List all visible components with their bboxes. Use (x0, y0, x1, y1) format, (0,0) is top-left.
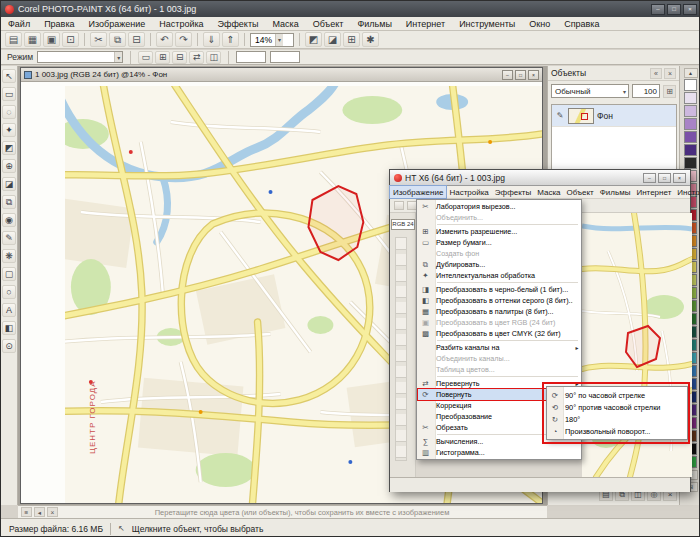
close-button[interactable]: × (673, 173, 686, 183)
export-button[interactable]: ⇑ (222, 32, 239, 47)
minimize-button[interactable]: – (643, 173, 656, 183)
text-tool[interactable]: А (2, 303, 16, 317)
minimize-button[interactable]: – (502, 70, 513, 80)
popup-menubar-item[interactable]: Объект (564, 186, 597, 198)
layer-row[interactable]: ✎Фон (552, 105, 676, 127)
pick-tool[interactable]: ↖ (2, 69, 16, 83)
transform-button[interactable]: ⇄ (189, 51, 204, 64)
open-button[interactable]: ▦ (24, 32, 41, 47)
color-swatch[interactable] (684, 118, 697, 130)
rect-mode-button[interactable]: ▭ (138, 51, 153, 64)
new-button[interactable]: ▤ (5, 32, 22, 47)
color-swatch[interactable] (684, 105, 697, 117)
palette-close-button[interactable]: × (47, 507, 58, 517)
zoom-tool[interactable]: ⊕ (2, 159, 16, 173)
restore-button[interactable]: □ (667, 4, 681, 15)
paint-tool[interactable]: ✎ (2, 231, 16, 245)
menubar-item[interactable]: Объект (306, 17, 351, 31)
mode-select[interactable]: ▾ (37, 51, 123, 63)
submenu-item-rotate-90-cw[interactable]: ⟳90° по часовой стрелке (547, 389, 687, 401)
menu-item-convert-grayscale[interactable]: ◧Преобразовать в оттенки серого (8 бит).… (417, 295, 581, 306)
menubar-item[interactable]: Эффекты (211, 17, 266, 31)
popup-menubar-item[interactable]: Маска (534, 186, 563, 198)
restore-button[interactable]: □ (515, 70, 526, 80)
clone-tool[interactable]: ⧉ (2, 195, 16, 209)
close-button[interactable]: × (683, 4, 697, 15)
fill-tool[interactable]: ◧ (2, 321, 16, 335)
menu-item-histogram[interactable]: ▥Гистограмма... (417, 447, 581, 458)
antialias-button[interactable]: ◫ (206, 51, 221, 64)
docker-close-button[interactable]: × (664, 68, 676, 79)
paste-button[interactable]: ⊟ (128, 32, 145, 47)
popup-menubar-item[interactable]: Интернет (633, 186, 674, 198)
image-sprayer-tool[interactable]: ❋ (2, 249, 16, 263)
rectangle-tool[interactable]: ▢ (2, 267, 16, 281)
minimize-button[interactable]: – (651, 4, 665, 15)
menubar-item[interactable]: Файл (1, 17, 37, 31)
popup-menubar-item[interactable]: Эффекты (492, 186, 534, 198)
invert-mask-button[interactable]: ◪ (324, 32, 341, 47)
color-swatch[interactable] (684, 157, 697, 169)
menu-item-convert-black-white[interactable]: ◨Преобразовать в черно-белый (1 бит)... (417, 284, 581, 295)
import-button[interactable]: ⇓ (203, 32, 220, 47)
add-mode-button[interactable]: ⊞ (155, 51, 170, 64)
color-swatch[interactable] (684, 79, 697, 91)
menu-item-convert-paletted[interactable]: ▦Преобразовать в палитры (8 бит)... (417, 306, 581, 317)
palette-menu-button[interactable]: ≡ (21, 507, 32, 517)
menubar-item[interactable]: Маска (265, 17, 305, 31)
menubar-item[interactable]: Окно (522, 17, 557, 31)
size-field[interactable] (270, 51, 300, 63)
crop-tool[interactable]: ◩ (2, 141, 16, 155)
menubar-item[interactable]: Настройка (152, 17, 210, 31)
palette-scroll-left-button[interactable]: ◂ (34, 507, 45, 517)
copy-button[interactable]: ⧉ (109, 32, 126, 47)
menu-item-duplicate[interactable]: ⧉Дублировать... (417, 259, 581, 270)
redo-button[interactable]: ↷ (175, 32, 192, 47)
eyedropper-tool[interactable]: ⊙ (2, 339, 16, 353)
touch-up-tool[interactable]: ◉ (2, 213, 16, 227)
menu-item-convert-cmyk[interactable]: ▩Преобразовать в цвет CMYK (32 бит) (417, 328, 581, 339)
popup-menubar-item[interactable]: Настройка (446, 186, 491, 198)
eraser-tool[interactable]: ◪ (2, 177, 16, 191)
subtract-mode-button[interactable]: ⊟ (172, 51, 187, 64)
color-swatch[interactable] (684, 92, 697, 104)
popup-menubar-item[interactable]: Инструм (674, 186, 700, 198)
popup-menubar-item[interactable]: Изображение (390, 186, 446, 198)
magic-wand-tool[interactable]: ✦ (2, 123, 16, 137)
menu-item-resample[interactable]: ⊞Изменить разрешение... (417, 226, 581, 237)
position-field[interactable] (236, 51, 266, 63)
undo-button[interactable]: ↶ (156, 32, 173, 47)
lock-transparency-button[interactable]: ⊞ (663, 85, 676, 98)
document-titlebar[interactable]: 1 003.jpg (RGB 24 бит) @14% - Фон –□× (21, 68, 542, 82)
menubar-item[interactable]: Изображение (82, 17, 153, 31)
blend-mode-select[interactable]: Обычный ▾ (551, 84, 629, 98)
submenu-item-rotate-90-ccw[interactable]: ⟲90° против часовой стрелки (547, 401, 687, 413)
mask-rectangle-tool[interactable]: ▭ (2, 87, 16, 101)
print-button[interactable]: ⊡ (62, 32, 79, 47)
grid-button[interactable]: ⊞ (343, 32, 360, 47)
save-button[interactable]: ▣ (43, 32, 60, 47)
restore-button[interactable]: □ (658, 173, 671, 183)
cut-button[interactable]: ✂ (90, 32, 107, 47)
mask-freehand-tool[interactable]: ◌ (2, 105, 16, 119)
color-swatch[interactable] (684, 144, 697, 156)
zoom-select[interactable]: 14%▾ (250, 33, 294, 47)
options-button[interactable]: ✱ (362, 32, 379, 47)
submenu-item-rotate-180[interactable]: ↻180° (547, 413, 687, 425)
ellipse-tool[interactable]: ○ (2, 285, 16, 299)
menubar-item[interactable]: Фильмы (350, 17, 398, 31)
show-mask-marquee-button[interactable]: ◩ (305, 32, 322, 47)
color-swatch[interactable] (684, 131, 697, 143)
menubar-item[interactable]: Интернет (399, 17, 452, 31)
docker-flyout-button[interactable]: « (650, 68, 662, 79)
palette-scroll-up-button[interactable]: ▴ (684, 68, 698, 78)
menubar-item[interactable]: Правка (37, 17, 81, 31)
menubar-item[interactable]: Инструменты (452, 17, 522, 31)
menu-item-smart-processing[interactable]: ✦Интеллектуальная обработка (417, 270, 581, 281)
submenu-item-custom-rotate[interactable]: ◔Произвольный поворот... (547, 425, 687, 437)
menu-item-paper-size[interactable]: ▭Размер бумаги... (417, 237, 581, 248)
popup-titlebar[interactable]: НТ X6 (64 бит) - 1 003.jpg –□× (390, 170, 690, 186)
opacity-field[interactable]: 100 (632, 84, 660, 98)
menu-item-split-channels[interactable]: Разбить каналы на▸ (417, 342, 581, 353)
menu-item-cutout-lab[interactable]: ✂Лаборатория вырезов... (417, 201, 581, 212)
